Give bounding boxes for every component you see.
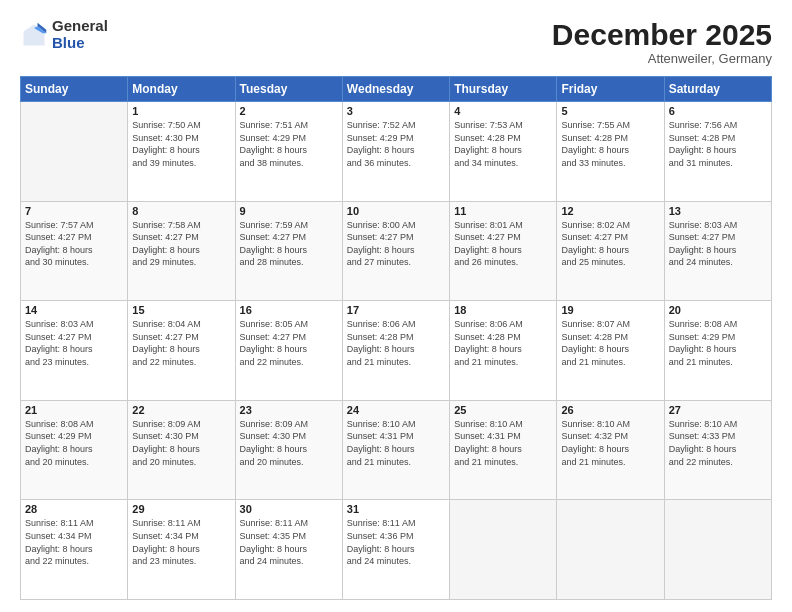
page: General Blue December 2025 Attenweiler, … <box>0 0 792 612</box>
day-info: Sunrise: 8:10 AM Sunset: 4:31 PM Dayligh… <box>454 418 552 468</box>
day-cell: 3Sunrise: 7:52 AM Sunset: 4:29 PM Daylig… <box>342 102 449 202</box>
day-info: Sunrise: 7:50 AM Sunset: 4:30 PM Dayligh… <box>132 119 230 169</box>
day-cell: 24Sunrise: 8:10 AM Sunset: 4:31 PM Dayli… <box>342 400 449 500</box>
col-header-thursday: Thursday <box>450 77 557 102</box>
day-number: 17 <box>347 304 445 316</box>
day-cell: 27Sunrise: 8:10 AM Sunset: 4:33 PM Dayli… <box>664 400 771 500</box>
day-cell: 19Sunrise: 8:07 AM Sunset: 4:28 PM Dayli… <box>557 301 664 401</box>
day-info: Sunrise: 8:10 AM Sunset: 4:32 PM Dayligh… <box>561 418 659 468</box>
day-cell <box>450 500 557 600</box>
day-number: 29 <box>132 503 230 515</box>
day-info: Sunrise: 8:10 AM Sunset: 4:33 PM Dayligh… <box>669 418 767 468</box>
day-cell: 12Sunrise: 8:02 AM Sunset: 4:27 PM Dayli… <box>557 201 664 301</box>
day-number: 1 <box>132 105 230 117</box>
header: General Blue December 2025 Attenweiler, … <box>20 18 772 66</box>
day-number: 28 <box>25 503 123 515</box>
col-header-sunday: Sunday <box>21 77 128 102</box>
day-info: Sunrise: 8:08 AM Sunset: 4:29 PM Dayligh… <box>669 318 767 368</box>
day-info: Sunrise: 8:04 AM Sunset: 4:27 PM Dayligh… <box>132 318 230 368</box>
day-info: Sunrise: 7:59 AM Sunset: 4:27 PM Dayligh… <box>240 219 338 269</box>
day-info: Sunrise: 8:09 AM Sunset: 4:30 PM Dayligh… <box>132 418 230 468</box>
day-cell: 2Sunrise: 7:51 AM Sunset: 4:29 PM Daylig… <box>235 102 342 202</box>
day-number: 3 <box>347 105 445 117</box>
day-cell: 16Sunrise: 8:05 AM Sunset: 4:27 PM Dayli… <box>235 301 342 401</box>
day-number: 7 <box>25 205 123 217</box>
day-number: 21 <box>25 404 123 416</box>
logo-blue: Blue <box>52 35 108 52</box>
day-info: Sunrise: 7:57 AM Sunset: 4:27 PM Dayligh… <box>25 219 123 269</box>
day-number: 2 <box>240 105 338 117</box>
logo-text: General Blue <box>52 18 108 51</box>
day-cell: 17Sunrise: 8:06 AM Sunset: 4:28 PM Dayli… <box>342 301 449 401</box>
day-number: 31 <box>347 503 445 515</box>
day-cell <box>557 500 664 600</box>
day-number: 24 <box>347 404 445 416</box>
day-info: Sunrise: 8:02 AM Sunset: 4:27 PM Dayligh… <box>561 219 659 269</box>
week-row-4: 21Sunrise: 8:08 AM Sunset: 4:29 PM Dayli… <box>21 400 772 500</box>
day-cell: 26Sunrise: 8:10 AM Sunset: 4:32 PM Dayli… <box>557 400 664 500</box>
day-cell: 5Sunrise: 7:55 AM Sunset: 4:28 PM Daylig… <box>557 102 664 202</box>
day-number: 11 <box>454 205 552 217</box>
day-number: 25 <box>454 404 552 416</box>
col-header-friday: Friday <box>557 77 664 102</box>
day-cell: 11Sunrise: 8:01 AM Sunset: 4:27 PM Dayli… <box>450 201 557 301</box>
day-info: Sunrise: 8:11 AM Sunset: 4:34 PM Dayligh… <box>25 517 123 567</box>
day-cell: 23Sunrise: 8:09 AM Sunset: 4:30 PM Dayli… <box>235 400 342 500</box>
day-number: 15 <box>132 304 230 316</box>
day-info: Sunrise: 7:53 AM Sunset: 4:28 PM Dayligh… <box>454 119 552 169</box>
calendar-table: SundayMondayTuesdayWednesdayThursdayFrid… <box>20 76 772 600</box>
day-number: 20 <box>669 304 767 316</box>
day-cell: 7Sunrise: 7:57 AM Sunset: 4:27 PM Daylig… <box>21 201 128 301</box>
day-info: Sunrise: 8:05 AM Sunset: 4:27 PM Dayligh… <box>240 318 338 368</box>
day-info: Sunrise: 7:51 AM Sunset: 4:29 PM Dayligh… <box>240 119 338 169</box>
day-number: 27 <box>669 404 767 416</box>
day-info: Sunrise: 8:10 AM Sunset: 4:31 PM Dayligh… <box>347 418 445 468</box>
day-cell: 8Sunrise: 7:58 AM Sunset: 4:27 PM Daylig… <box>128 201 235 301</box>
month-title: December 2025 <box>552 18 772 51</box>
day-info: Sunrise: 7:52 AM Sunset: 4:29 PM Dayligh… <box>347 119 445 169</box>
day-number: 12 <box>561 205 659 217</box>
day-cell: 18Sunrise: 8:06 AM Sunset: 4:28 PM Dayli… <box>450 301 557 401</box>
day-info: Sunrise: 8:08 AM Sunset: 4:29 PM Dayligh… <box>25 418 123 468</box>
week-row-1: 1Sunrise: 7:50 AM Sunset: 4:30 PM Daylig… <box>21 102 772 202</box>
day-cell <box>21 102 128 202</box>
day-cell: 21Sunrise: 8:08 AM Sunset: 4:29 PM Dayli… <box>21 400 128 500</box>
day-number: 16 <box>240 304 338 316</box>
col-header-tuesday: Tuesday <box>235 77 342 102</box>
day-number: 6 <box>669 105 767 117</box>
day-cell: 10Sunrise: 8:00 AM Sunset: 4:27 PM Dayli… <box>342 201 449 301</box>
day-number: 18 <box>454 304 552 316</box>
day-number: 5 <box>561 105 659 117</box>
day-cell: 31Sunrise: 8:11 AM Sunset: 4:36 PM Dayli… <box>342 500 449 600</box>
day-info: Sunrise: 8:09 AM Sunset: 4:30 PM Dayligh… <box>240 418 338 468</box>
day-cell: 9Sunrise: 7:59 AM Sunset: 4:27 PM Daylig… <box>235 201 342 301</box>
day-cell: 1Sunrise: 7:50 AM Sunset: 4:30 PM Daylig… <box>128 102 235 202</box>
day-info: Sunrise: 8:06 AM Sunset: 4:28 PM Dayligh… <box>454 318 552 368</box>
day-info: Sunrise: 8:00 AM Sunset: 4:27 PM Dayligh… <box>347 219 445 269</box>
day-info: Sunrise: 8:03 AM Sunset: 4:27 PM Dayligh… <box>25 318 123 368</box>
col-header-saturday: Saturday <box>664 77 771 102</box>
title-block: December 2025 Attenweiler, Germany <box>552 18 772 66</box>
day-number: 13 <box>669 205 767 217</box>
day-cell <box>664 500 771 600</box>
day-number: 9 <box>240 205 338 217</box>
day-number: 19 <box>561 304 659 316</box>
day-number: 23 <box>240 404 338 416</box>
day-info: Sunrise: 7:56 AM Sunset: 4:28 PM Dayligh… <box>669 119 767 169</box>
day-cell: 15Sunrise: 8:04 AM Sunset: 4:27 PM Dayli… <box>128 301 235 401</box>
day-cell: 25Sunrise: 8:10 AM Sunset: 4:31 PM Dayli… <box>450 400 557 500</box>
day-info: Sunrise: 8:06 AM Sunset: 4:28 PM Dayligh… <box>347 318 445 368</box>
logo: General Blue <box>20 18 108 51</box>
day-info: Sunrise: 8:03 AM Sunset: 4:27 PM Dayligh… <box>669 219 767 269</box>
day-cell: 28Sunrise: 8:11 AM Sunset: 4:34 PM Dayli… <box>21 500 128 600</box>
day-cell: 29Sunrise: 8:11 AM Sunset: 4:34 PM Dayli… <box>128 500 235 600</box>
day-number: 4 <box>454 105 552 117</box>
day-cell: 20Sunrise: 8:08 AM Sunset: 4:29 PM Dayli… <box>664 301 771 401</box>
day-cell: 4Sunrise: 7:53 AM Sunset: 4:28 PM Daylig… <box>450 102 557 202</box>
day-number: 10 <box>347 205 445 217</box>
day-cell: 14Sunrise: 8:03 AM Sunset: 4:27 PM Dayli… <box>21 301 128 401</box>
week-row-2: 7Sunrise: 7:57 AM Sunset: 4:27 PM Daylig… <box>21 201 772 301</box>
location-subtitle: Attenweiler, Germany <box>552 51 772 66</box>
day-cell: 13Sunrise: 8:03 AM Sunset: 4:27 PM Dayli… <box>664 201 771 301</box>
logo-icon <box>20 21 48 49</box>
